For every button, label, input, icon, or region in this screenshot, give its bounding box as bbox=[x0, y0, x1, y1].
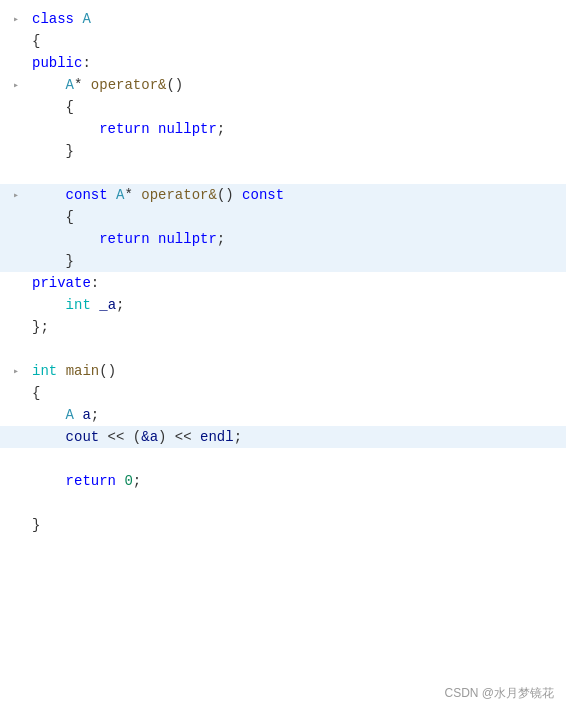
line-content: { bbox=[28, 209, 558, 225]
code-line bbox=[0, 448, 566, 470]
line-gutter: ▸ bbox=[0, 365, 28, 377]
code-token: : bbox=[82, 55, 90, 71]
code-token bbox=[32, 77, 66, 93]
code-token: () bbox=[217, 187, 242, 203]
code-token: ; bbox=[234, 429, 242, 445]
code-token bbox=[32, 231, 99, 247]
code-token: ; bbox=[116, 297, 124, 313]
line-content: } bbox=[28, 517, 558, 533]
line-gutter: ▸ bbox=[0, 13, 28, 25]
code-token: } bbox=[32, 143, 74, 159]
code-line: private: bbox=[0, 272, 566, 294]
fold-icon[interactable]: ▸ bbox=[10, 189, 22, 201]
code-line bbox=[0, 162, 566, 184]
code-token: : bbox=[91, 275, 99, 291]
fold-icon[interactable]: ▸ bbox=[10, 13, 22, 25]
code-token: * bbox=[124, 187, 141, 203]
code-token: operator& bbox=[91, 77, 167, 93]
code-token: cout bbox=[66, 429, 100, 445]
code-line: ▸int main() bbox=[0, 360, 566, 382]
code-line: public: bbox=[0, 52, 566, 74]
code-token: operator& bbox=[141, 187, 217, 203]
code-token: << ( bbox=[99, 429, 141, 445]
code-token bbox=[32, 297, 66, 313]
code-line: { bbox=[0, 382, 566, 404]
code-token: endl bbox=[200, 429, 234, 445]
fold-icon[interactable]: ▸ bbox=[10, 365, 22, 377]
code-line: ▸class A bbox=[0, 8, 566, 30]
code-token bbox=[57, 363, 65, 379]
code-token: 0 bbox=[124, 473, 132, 489]
line-content: int main() bbox=[28, 363, 558, 379]
code-token: { bbox=[32, 33, 40, 49]
code-token: a bbox=[82, 407, 90, 423]
line-content: } bbox=[28, 253, 558, 269]
code-token bbox=[32, 121, 99, 137]
code-line: { bbox=[0, 30, 566, 52]
code-token: ; bbox=[217, 231, 225, 247]
watermark: CSDN @水月梦镜花 bbox=[444, 685, 554, 702]
line-content: const A* operator&() const bbox=[28, 187, 558, 203]
code-token: main bbox=[66, 363, 100, 379]
line-content: private: bbox=[28, 275, 558, 291]
line-content: class A bbox=[28, 11, 558, 27]
code-token: return bbox=[99, 121, 149, 137]
code-token: { bbox=[32, 99, 74, 115]
code-line: ▸ A* operator&() bbox=[0, 74, 566, 96]
code-token: int bbox=[32, 363, 57, 379]
code-token: return bbox=[66, 473, 116, 489]
code-token: { bbox=[32, 385, 40, 401]
code-token bbox=[150, 231, 158, 247]
code-token: () bbox=[99, 363, 116, 379]
code-line bbox=[0, 338, 566, 360]
code-token: } bbox=[32, 253, 74, 269]
code-line: return nullptr; bbox=[0, 118, 566, 140]
code-token bbox=[32, 473, 66, 489]
code-line: } bbox=[0, 250, 566, 272]
code-token: } bbox=[32, 517, 40, 533]
code-token: A bbox=[66, 407, 74, 423]
code-token: ) << bbox=[158, 429, 200, 445]
line-content: int _a; bbox=[28, 297, 558, 313]
code-line: { bbox=[0, 206, 566, 228]
line-content: return 0; bbox=[28, 473, 558, 489]
code-token: { bbox=[32, 209, 74, 225]
line-gutter: ▸ bbox=[0, 79, 28, 91]
code-token: const bbox=[242, 187, 284, 203]
code-token: nullptr bbox=[158, 121, 217, 137]
code-line: cout << (&a) << endl; bbox=[0, 426, 566, 448]
code-token bbox=[91, 297, 99, 313]
code-token bbox=[32, 187, 66, 203]
code-token: ; bbox=[133, 473, 141, 489]
code-token bbox=[32, 407, 66, 423]
line-content: { bbox=[28, 99, 558, 115]
line-content: public: bbox=[28, 55, 558, 71]
code-area: ▸class A{public:▸ A* operator&() { retur… bbox=[0, 0, 566, 544]
code-token: &a bbox=[141, 429, 158, 445]
code-token: ; bbox=[91, 407, 99, 423]
code-token: A bbox=[66, 77, 74, 93]
code-token: int bbox=[66, 297, 91, 313]
code-token: ; bbox=[217, 121, 225, 137]
code-token: nullptr bbox=[158, 231, 217, 247]
code-token: _a bbox=[99, 297, 116, 313]
code-token bbox=[108, 187, 116, 203]
line-content: A a; bbox=[28, 407, 558, 423]
line-content: return nullptr; bbox=[28, 231, 558, 247]
line-content: return nullptr; bbox=[28, 121, 558, 137]
code-line: { bbox=[0, 96, 566, 118]
line-content: { bbox=[28, 33, 558, 49]
line-content: cout << (&a) << endl; bbox=[28, 429, 558, 445]
code-line: int _a; bbox=[0, 294, 566, 316]
code-line: }; bbox=[0, 316, 566, 338]
line-content: A* operator&() bbox=[28, 77, 558, 93]
line-content: } bbox=[28, 143, 558, 159]
code-container: ▸class A{public:▸ A* operator&() { retur… bbox=[0, 0, 566, 714]
code-line: } bbox=[0, 140, 566, 162]
code-token bbox=[32, 429, 66, 445]
code-token: public bbox=[32, 55, 82, 71]
line-gutter: ▸ bbox=[0, 189, 28, 201]
code-line: } bbox=[0, 514, 566, 536]
fold-icon[interactable]: ▸ bbox=[10, 79, 22, 91]
code-token: class bbox=[32, 11, 82, 27]
